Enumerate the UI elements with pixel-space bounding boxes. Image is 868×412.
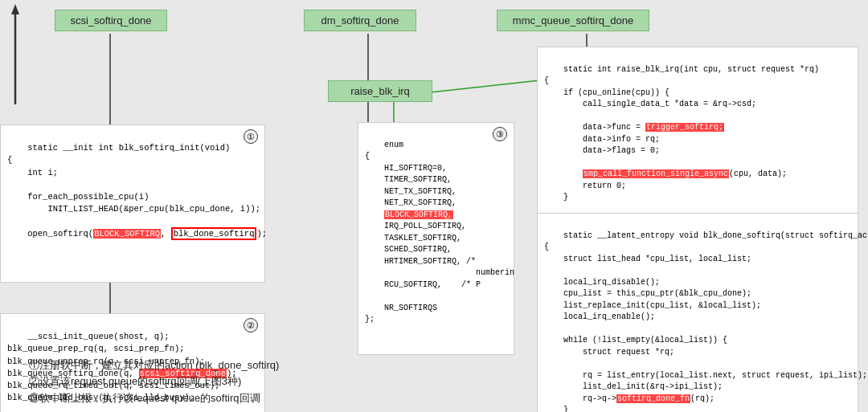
bottom-line-1: ①注册软中断，建立其对应的action (blk_done_softirq) <box>29 357 279 374</box>
dm-softirq-done-label: dm_softirq_done <box>304 10 416 31</box>
bottom-line-3: ③软中断上报，执行该request queue的softirq回调 <box>29 390 279 407</box>
code-block-3: enum { HI_SOFTIRQ=0, TIMER_SOFTIRQ, NET_… <box>358 122 514 355</box>
circle-3: ③ <box>493 127 507 141</box>
code-block-5: static __latent_entropy void blk_done_so… <box>537 213 858 412</box>
mmc-softirq-done-label: mmc_queue_softirq_done <box>497 10 649 31</box>
scsi-softirq-done-label: scsi_softirq_done <box>55 10 167 31</box>
raise-blk-irq-label: raise_blk_irq <box>328 80 432 102</box>
svg-marker-6 <box>11 4 19 14</box>
bottom-text: ①注册软中断，建立其对应的action (blk_done_softirq) ②… <box>29 357 279 407</box>
main-container: scsi_softirq_done dm_softirq_done mmc_qu… <box>0 0 868 412</box>
circle-2: ② <box>244 318 258 332</box>
code-block-1: static __init int blk_softirq_init(void)… <box>0 124 265 283</box>
circle-1: ① <box>244 129 258 144</box>
bottom-line-2: ②设置该request queue的softirq回调(上图3种) <box>29 373 279 390</box>
